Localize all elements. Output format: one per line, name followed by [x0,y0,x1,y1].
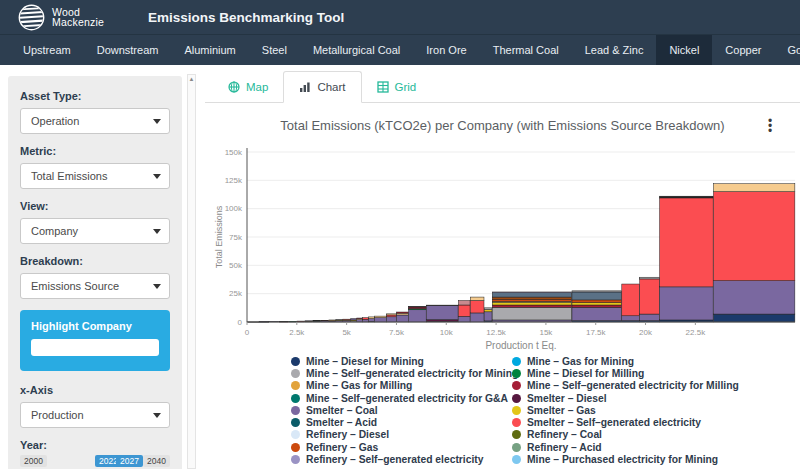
bar-segment [492,292,571,293]
asset-type-group: Asset Type: Operation [20,90,170,134]
chevron-down-icon [153,413,161,418]
bar-segment [409,310,427,322]
x-tick-label: 15k [539,328,553,337]
nav-item-upstream[interactable]: Upstream [10,35,84,65]
nav-item-gold[interactable]: Gold [774,35,800,65]
legend-item[interactable]: Refinery – Diesel [291,429,512,441]
year-group: Year: 2000 2022 2027 2040 20002004200820… [20,439,170,469]
y-tick-label: 150k [225,148,243,157]
view-value: Company [31,225,78,237]
legend-label: Refinery – Self–generated electricity [306,454,483,465]
legend-item[interactable]: Smelter – Self–generated electricity [512,416,739,428]
chart-header: Total Emissions (kTCO2e) per Company (wi… [205,118,800,138]
bar-segment [397,315,409,322]
legend-item[interactable]: Mine – Diesel for Mining [291,355,512,367]
nav-item-nickel[interactable]: Nickel [656,35,712,65]
y-tick-label: 100k [225,204,243,213]
nav-item-metallurgical-coal[interactable]: Metallurgical Coal [300,35,413,65]
bar-segment [572,305,622,307]
legend-label: Refinery – Gas [306,442,378,453]
emissions-benchmarking-app: { "header": { "logo_line1": "Wood", "log… [0,0,800,469]
nav-item-thermal-coal[interactable]: Thermal Coal [480,35,572,65]
legend-item[interactable]: Smelter – Gas [512,404,739,416]
bar-segment [492,305,571,307]
bar-segment [426,320,458,322]
x-tick-label: 10k [440,328,454,337]
bar-segment [640,314,660,321]
bar-segment [397,312,409,313]
legend-label: Mine – Self–generated electricity for G&… [306,393,508,404]
year-min-badge: 2000 [20,455,47,467]
bar-segment [660,287,714,320]
legend-label: Mine – Self–generated electricity for Mi… [527,380,739,391]
bar-segment [492,307,571,320]
year-badges: 2000 2022 2027 2040 [20,455,170,469]
sidebar-scrollbar[interactable]: ▲ [187,74,196,469]
bar-segment [321,320,329,321]
x-axis-select[interactable]: Production [20,402,170,428]
legend-dot-icon [512,369,521,378]
tab-chart[interactable]: Chart [283,71,361,103]
nav-item-aluminium[interactable]: Aluminium [171,35,248,65]
nav-item-copper[interactable]: Copper [712,35,774,65]
legend-item[interactable]: Refinery – Self–generated electricity [291,453,512,465]
legend-item[interactable]: Smelter – Diesel [512,392,739,404]
legend-item[interactable]: Mine – Purchased electricity for Mining [512,453,739,465]
legend-dot-icon [291,418,300,427]
legend-item[interactable]: Mine – Self–generated electricity for Mi… [512,380,739,392]
highlight-company-input[interactable] [31,339,159,356]
legend-item[interactable]: Mine – Diesel for Milling [512,367,739,379]
nav-item-downstream[interactable]: Downstream [84,35,172,65]
highlight-company-box: Highlight Company [20,310,170,371]
legend-item[interactable]: Smelter – Acid [291,416,512,428]
bar-segment [660,198,714,287]
bar-segment [426,306,458,320]
y-tick-label: 75k [229,233,243,242]
tab-map[interactable]: Map [213,72,283,102]
tab-label: Chart [317,81,345,93]
tab-grid[interactable]: Grid [362,72,432,102]
commodity-nav: UpstreamDownstreamAluminiumSteelMetallur… [0,34,800,65]
metric-select[interactable]: Total Emissions [20,163,170,189]
legend-item[interactable]: Mine – Self–generated electricity for G&… [291,392,512,404]
nav-item-iron-ore[interactable]: Iron Ore [413,35,479,65]
legend-item[interactable]: Refinery – Coal [512,429,739,441]
legend-item[interactable]: Smelter – Coal [291,404,512,416]
bar-segment [484,312,492,321]
metric-label: Metric: [20,145,170,157]
bar-segment [484,308,492,310]
legend-item[interactable]: Refinery – Acid [512,441,739,453]
breakdown-label: Breakdown: [20,255,170,267]
asset-type-select[interactable]: Operation [20,108,170,134]
emissions-cost-curve-chart[interactable]: 025k50k75k100k125k150k02.5k5k7.5k10k12.5… [212,138,800,352]
legend-item[interactable]: Mine – Gas for Milling [291,380,512,392]
kebab-menu-icon[interactable]: ••• [765,119,775,134]
bar-segment [572,292,622,300]
bar-segment [369,317,375,319]
nav-item-steel[interactable]: Steel [249,35,300,65]
nav-item-lead-zinc[interactable]: Lead & Zinc [572,35,657,65]
bar-segment [713,314,794,322]
asset-type-label: Asset Type: [20,90,170,102]
y-tick-label: 0 [238,318,243,327]
legend-label: Refinery – Diesel [306,429,389,440]
bar-segment [640,277,660,279]
legend-item[interactable]: Mine – Gas for Mining [512,355,739,367]
bar-segment [357,318,363,319]
legend-label: Mine – Gas for Mining [527,356,634,367]
legend-dot-icon [512,443,521,452]
legend-dot-icon [512,394,521,403]
view-select[interactable]: Company [20,218,170,244]
legend-dot-icon [512,418,521,427]
legend-item[interactable]: Refinery – Gas [291,441,512,453]
bar-segment [458,300,470,305]
page-content: Asset Type: Operation Metric: Total Emis… [0,65,800,469]
chart-legend: Mine – Diesel for MiningMine – Self–gene… [291,355,800,466]
bar-segment [640,279,660,314]
legend-item[interactable]: Mine – Self–generated electricity for Mi… [291,367,512,379]
bar-chart-icon [299,81,311,93]
legend-dot-icon [512,381,521,390]
breakdown-select[interactable]: Emissions Source [20,273,170,299]
tab-label: Grid [395,81,417,93]
legend-column-right: Mine – Gas for MiningMine – Diesel for M… [512,355,739,466]
